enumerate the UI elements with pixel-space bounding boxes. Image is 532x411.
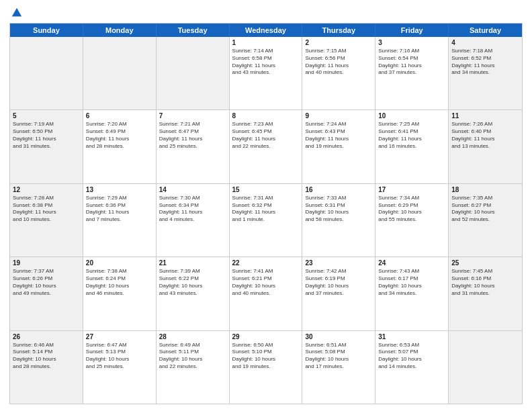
- day-info: Sunrise: 7:35 AM Sunset: 6:27 PM Dayligh…: [451, 195, 519, 224]
- calendar-cell: 16Sunrise: 7:33 AM Sunset: 6:31 PM Dayli…: [302, 184, 375, 257]
- day-info: Sunrise: 7:15 AM Sunset: 6:56 PM Dayligh…: [305, 48, 372, 77]
- calendar-cell: 30Sunrise: 6:51 AM Sunset: 5:08 PM Dayli…: [302, 331, 375, 404]
- calendar-cell: 31Sunrise: 6:53 AM Sunset: 5:07 PM Dayli…: [375, 331, 449, 404]
- day-number: 3: [378, 39, 445, 46]
- calendar-cell: 18Sunrise: 7:35 AM Sunset: 6:27 PM Dayli…: [449, 184, 522, 257]
- day-number: 1: [232, 39, 300, 46]
- calendar-cell: 12Sunrise: 7:28 AM Sunset: 6:38 PM Dayli…: [10, 184, 83, 257]
- day-number: 2: [305, 39, 372, 46]
- day-info: Sunrise: 6:53 AM Sunset: 5:07 PM Dayligh…: [378, 342, 445, 371]
- day-info: Sunrise: 7:37 AM Sunset: 6:26 PM Dayligh…: [13, 268, 80, 297]
- day-info: Sunrise: 7:33 AM Sunset: 6:31 PM Dayligh…: [305, 195, 372, 224]
- calendar-cell: 27Sunrise: 6:47 AM Sunset: 5:13 PM Dayli…: [83, 331, 157, 404]
- day-number: 19: [13, 259, 80, 267]
- day-number: 25: [451, 259, 519, 267]
- page: SundayMondayTuesdayWednesdayThursdayFrid…: [0, 0, 532, 411]
- day-number: 31: [378, 333, 445, 340]
- day-info: Sunrise: 7:19 AM Sunset: 6:50 PM Dayligh…: [13, 121, 80, 150]
- calendar-cell: 26Sunrise: 6:46 AM Sunset: 5:14 PM Dayli…: [10, 331, 83, 404]
- calendar-cell: 10Sunrise: 7:25 AM Sunset: 6:41 PM Dayli…: [375, 110, 449, 183]
- calendar-cell: [157, 37, 230, 109]
- calendar-cell: 21Sunrise: 7:39 AM Sunset: 6:22 PM Dayli…: [157, 257, 230, 330]
- weekday-header: Saturday: [449, 24, 522, 37]
- calendar-cell: 7Sunrise: 7:21 AM Sunset: 6:47 PM Daylig…: [157, 110, 230, 183]
- day-info: Sunrise: 7:14 AM Sunset: 6:58 PM Dayligh…: [232, 48, 300, 77]
- calendar-row: 1Sunrise: 7:14 AM Sunset: 6:58 PM Daylig…: [10, 37, 522, 109]
- calendar-cell: 25Sunrise: 7:45 AM Sunset: 6:16 PM Dayli…: [449, 257, 522, 330]
- svg-marker-0: [12, 8, 21, 17]
- day-number: 6: [86, 112, 153, 120]
- day-info: Sunrise: 7:25 AM Sunset: 6:41 PM Dayligh…: [378, 121, 445, 150]
- weekday-header: Wednesday: [230, 24, 303, 37]
- day-number: 9: [305, 112, 372, 120]
- day-number: 8: [232, 112, 300, 120]
- day-number: 14: [159, 186, 226, 193]
- day-number: 17: [378, 186, 445, 193]
- day-number: 4: [451, 39, 519, 46]
- day-info: Sunrise: 6:50 AM Sunset: 5:10 PM Dayligh…: [232, 342, 300, 371]
- day-info: Sunrise: 6:47 AM Sunset: 5:13 PM Dayligh…: [86, 342, 153, 371]
- day-number: 10: [378, 112, 445, 120]
- day-number: 24: [378, 259, 445, 267]
- day-number: 16: [305, 186, 372, 193]
- day-info: Sunrise: 7:39 AM Sunset: 6:22 PM Dayligh…: [159, 268, 226, 297]
- calendar-body: 1Sunrise: 7:14 AM Sunset: 6:58 PM Daylig…: [10, 37, 522, 404]
- day-info: Sunrise: 7:18 AM Sunset: 6:52 PM Dayligh…: [451, 48, 519, 77]
- day-info: Sunrise: 7:23 AM Sunset: 6:45 PM Dayligh…: [232, 121, 300, 150]
- day-number: 28: [159, 333, 226, 340]
- day-info: Sunrise: 7:21 AM Sunset: 6:47 PM Dayligh…: [159, 121, 226, 150]
- day-info: Sunrise: 7:45 AM Sunset: 6:16 PM Dayligh…: [451, 268, 519, 297]
- day-info: Sunrise: 7:16 AM Sunset: 6:54 PM Dayligh…: [378, 48, 445, 77]
- calendar-cell: 29Sunrise: 6:50 AM Sunset: 5:10 PM Dayli…: [230, 331, 303, 404]
- header: [9, 7, 523, 19]
- day-info: Sunrise: 7:30 AM Sunset: 6:34 PM Dayligh…: [159, 195, 226, 224]
- logo: [9, 7, 23, 19]
- day-number: 22: [232, 259, 300, 267]
- day-number: 13: [86, 186, 153, 193]
- weekday-header: Monday: [83, 24, 157, 37]
- calendar-cell: 14Sunrise: 7:30 AM Sunset: 6:34 PM Dayli…: [157, 184, 230, 257]
- day-info: Sunrise: 7:26 AM Sunset: 6:40 PM Dayligh…: [451, 121, 519, 150]
- day-number: 27: [86, 333, 153, 340]
- calendar-header: SundayMondayTuesdayWednesdayThursdayFrid…: [10, 24, 522, 37]
- day-info: Sunrise: 7:20 AM Sunset: 6:49 PM Dayligh…: [86, 121, 153, 150]
- logo-icon: [11, 7, 23, 19]
- day-number: 11: [451, 112, 519, 120]
- calendar-cell: 1Sunrise: 7:14 AM Sunset: 6:58 PM Daylig…: [230, 37, 303, 109]
- day-info: Sunrise: 6:46 AM Sunset: 5:14 PM Dayligh…: [13, 342, 80, 371]
- day-info: Sunrise: 7:41 AM Sunset: 6:21 PM Dayligh…: [232, 268, 300, 297]
- calendar-cell: 4Sunrise: 7:18 AM Sunset: 6:52 PM Daylig…: [449, 37, 522, 109]
- day-info: Sunrise: 6:49 AM Sunset: 5:11 PM Dayligh…: [159, 342, 226, 371]
- calendar-row: 12Sunrise: 7:28 AM Sunset: 6:38 PM Dayli…: [10, 183, 522, 257]
- calendar-row: 26Sunrise: 6:46 AM Sunset: 5:14 PM Dayli…: [10, 330, 522, 404]
- day-info: Sunrise: 7:28 AM Sunset: 6:38 PM Dayligh…: [13, 195, 80, 224]
- day-number: 12: [13, 186, 80, 193]
- day-info: Sunrise: 7:38 AM Sunset: 6:24 PM Dayligh…: [86, 268, 153, 297]
- calendar-cell: 6Sunrise: 7:20 AM Sunset: 6:49 PM Daylig…: [83, 110, 157, 183]
- calendar-cell: 22Sunrise: 7:41 AM Sunset: 6:21 PM Dayli…: [230, 257, 303, 330]
- calendar-cell: 13Sunrise: 7:29 AM Sunset: 6:36 PM Dayli…: [83, 184, 157, 257]
- calendar-cell: 3Sunrise: 7:16 AM Sunset: 6:54 PM Daylig…: [375, 37, 449, 109]
- day-number: 26: [13, 333, 80, 340]
- calendar-cell: [449, 331, 522, 404]
- calendar: SundayMondayTuesdayWednesdayThursdayFrid…: [9, 23, 523, 404]
- calendar-cell: 17Sunrise: 7:34 AM Sunset: 6:29 PM Dayli…: [375, 184, 449, 257]
- calendar-cell: 8Sunrise: 7:23 AM Sunset: 6:45 PM Daylig…: [230, 110, 303, 183]
- calendar-cell: [83, 37, 157, 109]
- day-info: Sunrise: 7:24 AM Sunset: 6:43 PM Dayligh…: [305, 121, 372, 150]
- calendar-cell: 24Sunrise: 7:43 AM Sunset: 6:17 PM Dayli…: [375, 257, 449, 330]
- day-info: Sunrise: 7:31 AM Sunset: 6:32 PM Dayligh…: [232, 195, 300, 224]
- day-info: Sunrise: 7:29 AM Sunset: 6:36 PM Dayligh…: [86, 195, 153, 224]
- day-number: 23: [305, 259, 372, 267]
- calendar-row: 19Sunrise: 7:37 AM Sunset: 6:26 PM Dayli…: [10, 257, 522, 330]
- calendar-cell: 20Sunrise: 7:38 AM Sunset: 6:24 PM Dayli…: [83, 257, 157, 330]
- calendar-cell: [10, 37, 83, 109]
- weekday-header: Friday: [375, 24, 449, 37]
- calendar-row: 5Sunrise: 7:19 AM Sunset: 6:50 PM Daylig…: [10, 109, 522, 183]
- calendar-cell: 9Sunrise: 7:24 AM Sunset: 6:43 PM Daylig…: [302, 110, 375, 183]
- calendar-cell: 11Sunrise: 7:26 AM Sunset: 6:40 PM Dayli…: [449, 110, 522, 183]
- calendar-cell: 15Sunrise: 7:31 AM Sunset: 6:32 PM Dayli…: [230, 184, 303, 257]
- day-number: 5: [13, 112, 80, 120]
- calendar-cell: 23Sunrise: 7:42 AM Sunset: 6:19 PM Dayli…: [302, 257, 375, 330]
- day-info: Sunrise: 7:43 AM Sunset: 6:17 PM Dayligh…: [378, 268, 445, 297]
